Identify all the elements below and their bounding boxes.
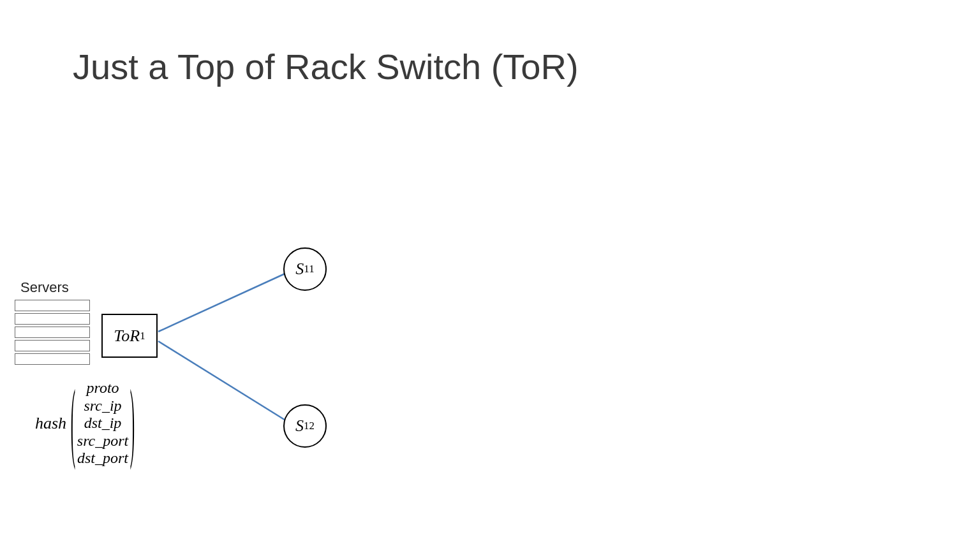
spine-switch-s12: S12 [283, 404, 327, 448]
servers-label: Servers [20, 279, 69, 296]
server-unit [15, 353, 90, 365]
hash-tuple-lines: protosrc_ipdst_ipsrc_portdst_port [77, 379, 128, 467]
hash-tuple-entry: src_ip [84, 397, 121, 415]
server-stack [15, 300, 90, 365]
tor-switch-node: ToR1 [101, 314, 158, 358]
s11-base: S [295, 260, 304, 279]
server-unit [15, 327, 90, 338]
svg-line-1 [158, 341, 286, 421]
tor-sub: 1 [140, 330, 145, 342]
hash-tuple-entry: dst_port [77, 450, 128, 467]
close-paren: ) [129, 379, 136, 468]
hash-tuple: hash ( protosrc_ipdst_ipsrc_portdst_port… [35, 379, 137, 467]
server-unit [15, 313, 90, 325]
s11-sub: 11 [304, 263, 314, 276]
svg-line-0 [158, 273, 286, 332]
tor-base: ToR [114, 327, 140, 346]
hash-tuple-entry: src_port [77, 432, 128, 450]
s12-base: S [295, 416, 304, 436]
open-paren: ( [70, 379, 77, 468]
hash-func-name: hash [35, 414, 69, 433]
server-unit [15, 340, 90, 351]
s12-sub: 12 [304, 420, 315, 432]
server-unit [15, 300, 90, 311]
spine-switch-s11: S11 [283, 247, 327, 291]
slide-title: Just a Top of Rack Switch (ToR) [73, 46, 579, 87]
hash-tuple-entry: dst_ip [84, 415, 122, 432]
hash-tuple-entry: proto [86, 379, 119, 397]
